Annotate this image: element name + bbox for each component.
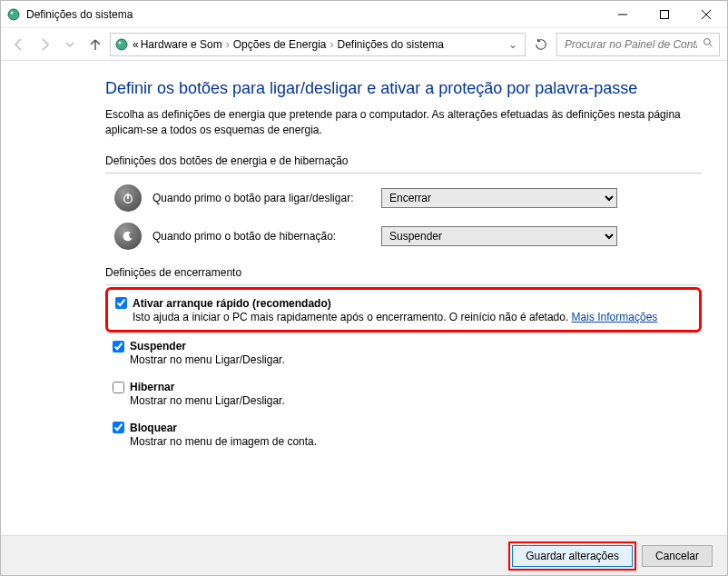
power-button-label: Quando primo o botão para ligar/desligar… <box>152 192 370 204</box>
page-intro: Escolha as definições de energia que pre… <box>105 107 702 138</box>
maximize-button[interactable] <box>644 1 685 28</box>
footer-bar: Guardar alterações Cancelar <box>1 535 727 575</box>
svg-point-0 <box>8 9 19 20</box>
sleep-button-select[interactable]: Suspender <box>381 226 617 246</box>
suspend-label: Suspender <box>130 340 186 353</box>
svg-point-1 <box>11 11 14 14</box>
breadcrumb-item[interactable]: Opções de Energia <box>233 38 327 51</box>
control-panel-icon <box>114 37 129 52</box>
breadcrumb-prefix[interactable]: « <box>133 38 139 51</box>
lock-label: Bloquear <box>130 422 177 434</box>
minimize-button[interactable] <box>602 1 644 28</box>
forward-button[interactable] <box>34 34 55 55</box>
section-power-buttons-head: Definições dos botões de energia e de hi… <box>105 154 702 174</box>
search-box[interactable] <box>556 33 720 56</box>
chevron-down-icon[interactable]: ⌄ <box>505 38 521 51</box>
svg-rect-3 <box>661 11 669 19</box>
svg-point-8 <box>704 39 711 45</box>
suspend-desc: Mostrar no menu Ligar/Desligar. <box>130 353 702 368</box>
page-title: Definir os botões para ligar/desligar e … <box>105 79 702 98</box>
sleep-button-row: Quando primo o botão de hibernação: Susp… <box>105 223 702 250</box>
search-input[interactable] <box>563 37 699 52</box>
fast-startup-desc: Isto ajuda a iniciar o PC mais rapidamen… <box>133 311 572 323</box>
fast-startup-label: Ativar arranque rápido (recomendado) <box>133 297 331 310</box>
section-shutdown-head: Definições de encerramento <box>105 266 702 285</box>
content-area: Definir os botões para ligar/desligar e … <box>1 63 727 535</box>
recent-dropdown-button[interactable] <box>59 34 81 55</box>
nav-bar: « Hardware e Som › Opções de Energia › D… <box>1 28 727 61</box>
chevron-right-icon: › <box>328 38 335 51</box>
back-button[interactable] <box>8 34 30 55</box>
chevron-right-icon: › <box>224 38 231 51</box>
breadcrumb-item[interactable]: Hardware e Som <box>141 38 222 51</box>
power-button-select[interactable]: Encerrar <box>381 188 617 208</box>
sleep-button-label: Quando primo o botão de hibernação: <box>152 230 370 243</box>
highlight-annotation: Ativar arranque rápido (recomendado) Ist… <box>105 287 702 333</box>
sleep-icon <box>114 223 142 250</box>
power-button-row: Quando primo o botão para ligar/desligar… <box>105 184 702 212</box>
up-button[interactable] <box>84 34 106 55</box>
hibernate-checkbox[interactable] <box>113 382 124 393</box>
lock-checkbox[interactable] <box>113 422 124 433</box>
hibernate-label: Hibernar <box>130 381 174 393</box>
search-icon[interactable] <box>703 37 713 51</box>
close-button[interactable] <box>685 1 727 28</box>
fast-startup-checkbox[interactable] <box>115 297 127 309</box>
svg-point-6 <box>116 39 127 50</box>
window-title: Definições do sistema <box>26 8 133 21</box>
cancel-button[interactable]: Cancelar <box>642 545 713 567</box>
lock-desc: Mostrar no menu de imagem de conta. <box>130 434 702 450</box>
more-info-link[interactable]: Mais Informações <box>572 311 658 323</box>
app-icon <box>6 7 21 22</box>
refresh-button[interactable] <box>529 33 553 56</box>
suspend-checkbox[interactable] <box>113 341 124 353</box>
power-icon <box>114 184 142 212</box>
breadcrumb-item[interactable]: Definições do sistema <box>337 38 443 51</box>
address-bar[interactable]: « Hardware e Som › Opções de Energia › D… <box>110 33 526 56</box>
svg-line-9 <box>710 45 713 47</box>
hibernate-desc: Mostrar no menu Ligar/Desligar. <box>130 393 702 409</box>
svg-point-7 <box>119 41 122 44</box>
save-button[interactable]: Guardar alterações <box>512 545 633 567</box>
title-bar: Definições do sistema <box>1 1 727 28</box>
